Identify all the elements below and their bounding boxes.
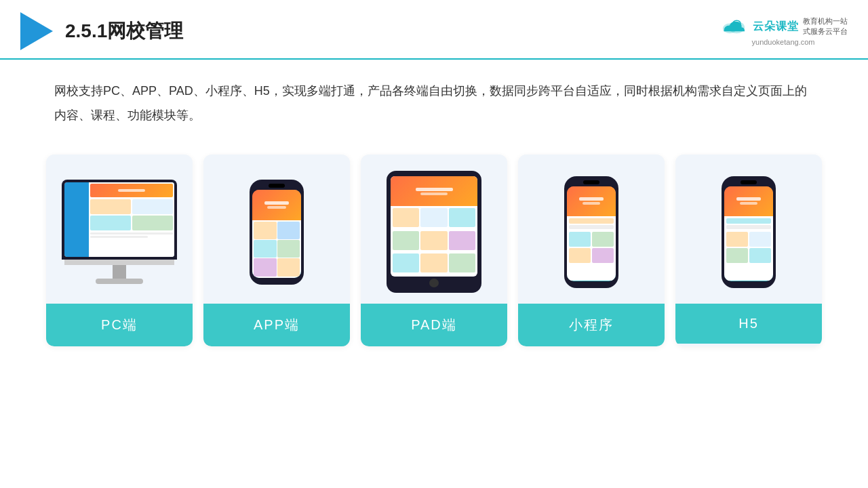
header-right: 云朵课堂 教育机构一站式服务云平台 yunduoketang.com — [719, 16, 848, 47]
phone-mockup-icon — [250, 180, 304, 285]
card-miniprogram-image — [518, 155, 665, 304]
phone-mockup-mini-icon — [564, 176, 618, 288]
brand-slogan: 教育机构一站式服务云平台 — [803, 16, 848, 37]
card-miniprogram-label: 小程序 — [518, 304, 665, 346]
header-left: 2.5.1网校管理 — [20, 12, 183, 50]
logo-triangle-icon — [20, 12, 53, 50]
card-pc-label: PC端 — [46, 304, 193, 346]
card-pad: PAD端 — [361, 155, 507, 346]
card-pad-image — [361, 155, 507, 304]
brand-logo: 云朵课堂 教育机构一站式服务云平台 — [719, 16, 848, 37]
card-app-label: APP端 — [203, 304, 350, 346]
brand-name: 云朵课堂 — [753, 20, 799, 34]
card-app: APP端 — [203, 155, 350, 346]
description-text: 网校支持PC、APP、PAD、小程序、H5，实现多端打通，产品各终端自由切换，数… — [0, 60, 868, 134]
card-pc-image — [46, 155, 193, 304]
card-h5-image — [675, 155, 822, 304]
page-title: 2.5.1网校管理 — [65, 18, 183, 44]
card-pad-label: PAD端 — [361, 304, 507, 346]
cloud-icon — [719, 16, 749, 37]
card-miniprogram: 小程序 — [518, 155, 665, 346]
brand-url: yunduoketang.com — [752, 38, 815, 46]
phone-mockup-h5-icon — [722, 176, 776, 288]
header: 2.5.1网校管理 云朵课堂 教育机构一站式服务云平台 yunduoketang… — [0, 0, 868, 60]
tablet-mockup-icon — [387, 171, 481, 293]
card-h5: H5 — [675, 155, 822, 346]
card-pc: PC端 — [46, 155, 193, 346]
card-app-image — [203, 155, 350, 304]
pc-monitor-icon — [58, 180, 180, 284]
card-h5-label: H5 — [675, 304, 822, 344]
cards-section: PC端 — [0, 141, 868, 360]
